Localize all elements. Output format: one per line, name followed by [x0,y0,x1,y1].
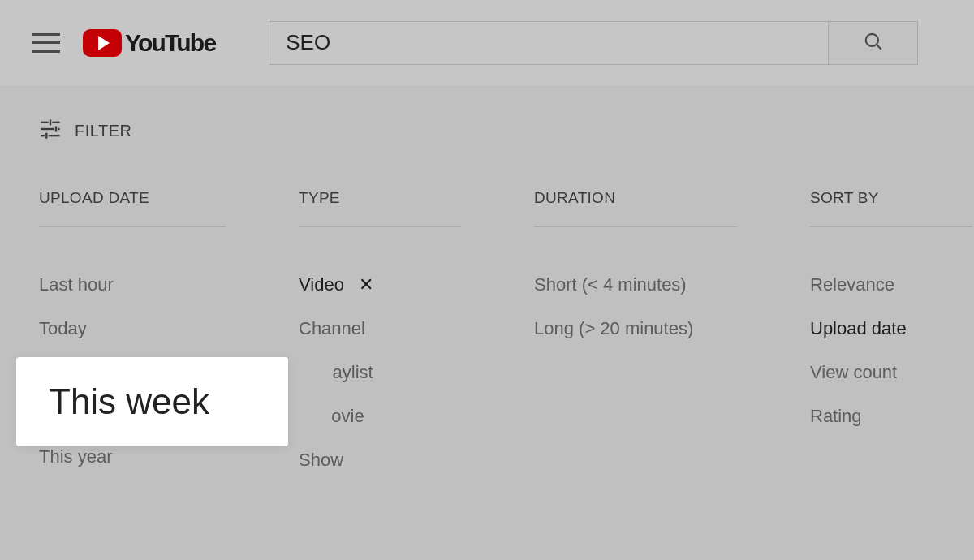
search-form [269,21,918,65]
filter-label: FILTER [75,122,131,140]
filter-option-channel[interactable]: Channel [299,307,461,351]
svg-point-0 [866,34,878,46]
svg-rect-10 [45,133,47,139]
filter-option-relevance[interactable]: Relevance [810,263,972,307]
close-icon[interactable]: ✕ [359,274,373,295]
svg-rect-8 [41,135,45,136]
filter-option-upload-date[interactable]: Upload date [810,307,972,351]
filter-option-video[interactable]: Video ✕ [299,263,461,307]
filter-option-show[interactable]: Show [299,438,461,482]
column-header: TYPE [299,189,461,227]
svg-rect-6 [58,128,59,130]
filter-option-short[interactable]: Short (< 4 minutes) [534,263,737,307]
svg-rect-3 [52,122,59,123]
svg-rect-4 [50,119,51,125]
youtube-logo[interactable]: YouTube [83,29,215,57]
search-icon [863,31,884,54]
highlight-text: This week [49,381,209,422]
column-header: UPLOAD DATE [39,189,226,227]
svg-rect-5 [41,128,54,130]
filter-option-label: Video [299,274,344,295]
svg-rect-7 [55,127,57,132]
filter-toggle[interactable]: FILTER [39,118,935,144]
filter-column-duration: DURATION Short (< 4 minutes) Long (> 20 … [534,189,737,482]
search-button[interactable] [829,21,918,65]
hamburger-menu-icon[interactable] [32,33,60,53]
filter-option-playlist[interactable]: Playlist [299,351,461,394]
svg-rect-9 [49,135,60,136]
filter-option-movie[interactable]: Movie [299,394,461,438]
filter-option-today[interactable]: Today [39,307,226,351]
search-input[interactable] [269,21,829,65]
filter-column-type: TYPE Video ✕ Channel Playlist Movie Show [299,189,461,482]
filter-icon [39,118,62,144]
filter-option-last-hour[interactable]: Last hour [39,263,226,307]
filter-column-sort-by: SORT BY Relevance Upload date View count… [810,189,972,482]
filter-option-view-count[interactable]: View count [810,351,972,394]
filter-option-rating[interactable]: Rating [810,394,972,438]
column-header: SORT BY [810,189,972,227]
logo-text: YouTube [125,29,215,57]
svg-line-1 [877,45,881,50]
column-header: DURATION [534,189,737,227]
svg-rect-2 [41,122,48,123]
highlight-callout: This week [16,357,288,446]
filter-option-long[interactable]: Long (> 20 minutes) [534,307,737,351]
app-header: YouTube [0,0,974,85]
play-icon [83,29,122,57]
